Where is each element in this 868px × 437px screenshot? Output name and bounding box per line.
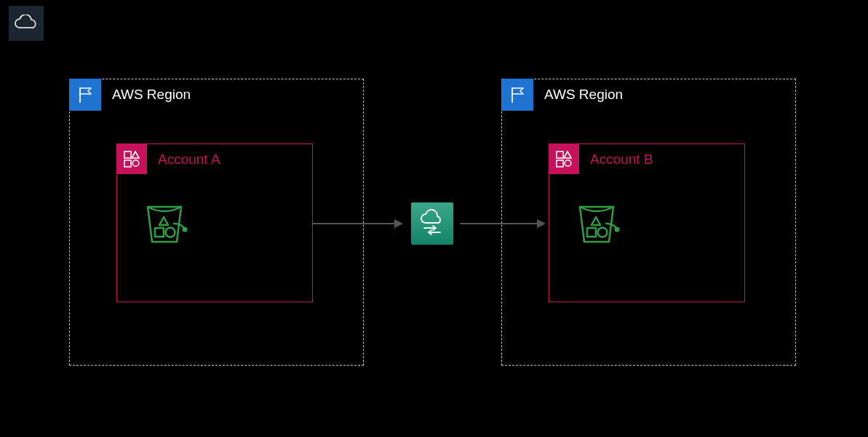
svg-rect-4 — [124, 160, 131, 167]
svg-point-3 — [132, 160, 139, 167]
svg-rect-7 — [155, 228, 164, 237]
account-box-b: Account B — [549, 143, 745, 302]
region-flag-icon — [501, 79, 533, 111]
svg-point-8 — [166, 228, 175, 237]
svg-rect-1 — [124, 151, 131, 158]
account-box-a: Account A — [116, 143, 313, 302]
account-shapes-icon — [116, 143, 147, 174]
svg-marker-2 — [132, 151, 139, 158]
region-flag-icon — [69, 79, 101, 111]
svg-rect-10 — [557, 151, 563, 158]
datasync-icon — [411, 202, 453, 245]
arrow-right-head — [537, 219, 546, 228]
account-shapes-icon — [549, 143, 579, 174]
svg-marker-6 — [159, 217, 168, 225]
aws-cloud-icon — [9, 6, 44, 41]
s3-bucket-icon — [571, 197, 624, 252]
account-label: Account B — [590, 151, 653, 168]
svg-rect-13 — [557, 160, 563, 167]
region-box-left: AWS Region Account A — [69, 79, 364, 366]
svg-marker-11 — [564, 151, 571, 158]
arrow-left — [313, 223, 394, 224]
svg-marker-15 — [592, 217, 600, 225]
s3-bucket-icon — [139, 197, 191, 252]
svg-point-14 — [615, 227, 620, 232]
svg-point-5 — [183, 227, 188, 232]
region-label: AWS Region — [544, 87, 623, 103]
arrow-left-head — [394, 219, 403, 228]
arrow-right — [460, 223, 537, 224]
svg-point-17 — [598, 228, 608, 237]
svg-point-12 — [565, 160, 571, 167]
region-label: AWS Region — [112, 87, 191, 103]
account-label: Account A — [158, 151, 220, 168]
svg-rect-16 — [587, 228, 596, 237]
